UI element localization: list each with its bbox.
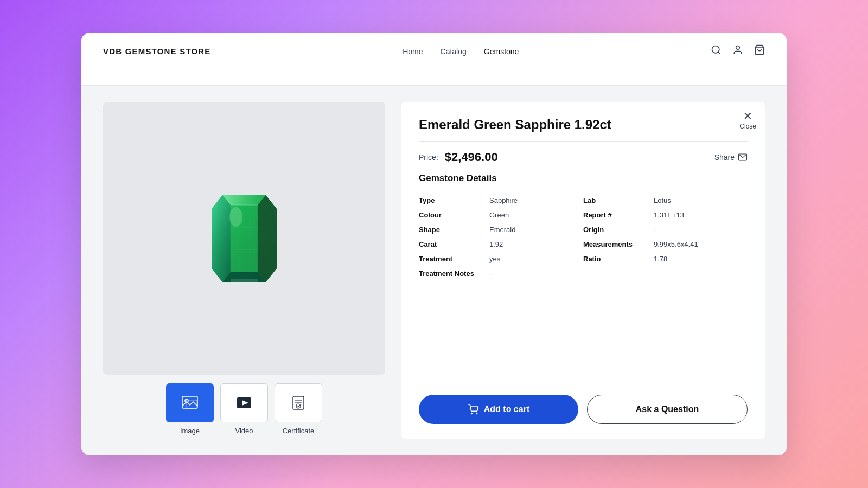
svg-rect-20 bbox=[182, 396, 197, 408]
svg-point-0 bbox=[712, 46, 719, 53]
detail-treatment-notes-val: - bbox=[489, 269, 492, 278]
action-buttons: Add to cart Ask a Question bbox=[419, 395, 748, 424]
nav-gemstone[interactable]: Gemstone bbox=[484, 47, 519, 56]
close-button[interactable]: ✕ Close bbox=[739, 111, 756, 130]
detail-carat-val: 1.92 bbox=[489, 240, 503, 248]
tab-certificate[interactable]: Certificate bbox=[275, 383, 322, 435]
cart-add-icon bbox=[468, 404, 478, 415]
detail-treatment: Treatment yes bbox=[419, 252, 583, 266]
detail-treatment-notes-key: Treatment Notes bbox=[419, 269, 489, 278]
svg-point-31 bbox=[476, 413, 477, 414]
detail-type-val: Sapphire bbox=[489, 196, 518, 204]
detail-ratio-key: Ratio bbox=[583, 255, 654, 263]
detail-origin-val: - bbox=[654, 226, 656, 234]
detail-lab-key: Lab bbox=[583, 196, 654, 204]
details-grid: Type Sapphire Colour Green Shape Emerald… bbox=[419, 192, 748, 281]
price-row: Price: $2,496.00 Share bbox=[419, 150, 748, 164]
main-nav: Home Catalog Gemstone bbox=[403, 47, 519, 56]
detail-carat-key: Carat bbox=[419, 240, 489, 248]
product-image bbox=[206, 184, 282, 293]
tab-image[interactable]: Image bbox=[166, 383, 214, 435]
ask-question-label: Ask a Question bbox=[636, 404, 699, 414]
detail-lab-val: Lotus bbox=[654, 196, 671, 204]
right-panel: ✕ Close Emerald Green Sapphire 1.92ct Pr… bbox=[401, 102, 765, 439]
left-panel: Image Video bbox=[103, 102, 385, 439]
svg-marker-8 bbox=[258, 195, 277, 282]
details-col-left: Type Sapphire Colour Green Shape Emerald… bbox=[419, 193, 583, 281]
detail-measurements: Measurements 9.99x5.6x4.41 bbox=[583, 237, 748, 252]
svg-rect-25 bbox=[293, 396, 304, 409]
close-label: Close bbox=[739, 123, 756, 130]
product-title: Emerald Green Sapphire 1.92ct bbox=[419, 117, 748, 132]
title-divider bbox=[419, 141, 748, 142]
detail-colour-val: Green bbox=[489, 211, 509, 219]
logo: VDB GEMSTONE STORE bbox=[103, 47, 211, 56]
tab-video-button[interactable] bbox=[220, 383, 268, 422]
detail-colour-key: Colour bbox=[419, 211, 489, 219]
detail-measurements-val: 9.99x5.6x4.41 bbox=[654, 240, 698, 248]
ask-question-button[interactable]: Ask a Question bbox=[587, 395, 748, 424]
product-image-container bbox=[103, 102, 385, 375]
detail-type: Type Sapphire bbox=[419, 193, 583, 208]
price-value: $2,496.00 bbox=[445, 150, 498, 164]
detail-colour: Colour Green bbox=[419, 208, 583, 222]
tab-image-label: Image bbox=[180, 427, 200, 435]
detail-report: Report # 1.31E+13 bbox=[583, 208, 748, 222]
price-label: Price: bbox=[419, 153, 438, 162]
nav-home[interactable]: Home bbox=[403, 47, 423, 56]
detail-shape-val: Emerald bbox=[489, 226, 515, 234]
detail-ratio: Ratio 1.78 bbox=[583, 252, 748, 266]
tab-image-button[interactable] bbox=[166, 383, 214, 422]
tab-video[interactable]: Video bbox=[220, 383, 268, 435]
svg-point-30 bbox=[471, 413, 472, 414]
svg-marker-7 bbox=[212, 195, 231, 282]
details-col-right: Lab Lotus Report # 1.31E+13 Origin - Mea… bbox=[583, 193, 748, 281]
share-button[interactable]: Share bbox=[714, 152, 748, 162]
detail-report-key: Report # bbox=[583, 211, 654, 219]
details-heading: Gemstone Details bbox=[419, 173, 748, 184]
svg-line-1 bbox=[718, 52, 720, 54]
media-tabs: Image Video bbox=[103, 383, 385, 439]
detail-ratio-val: 1.78 bbox=[654, 255, 667, 263]
detail-origin-key: Origin bbox=[583, 226, 654, 234]
header-icons bbox=[711, 44, 765, 58]
detail-shape-key: Shape bbox=[419, 226, 489, 234]
share-icon bbox=[738, 152, 748, 162]
app-window: VDB GEMSTONE STORE Home Catalog Gemstone bbox=[81, 33, 787, 455]
detail-origin: Origin - bbox=[583, 222, 748, 237]
search-icon[interactable] bbox=[711, 44, 722, 58]
close-icon: ✕ bbox=[743, 111, 752, 121]
tab-certificate-button[interactable] bbox=[275, 383, 322, 422]
nav-catalog[interactable]: Catalog bbox=[441, 47, 467, 56]
detail-carat: Carat 1.92 bbox=[419, 237, 583, 252]
detail-type-key: Type bbox=[419, 196, 489, 204]
tab-video-label: Video bbox=[235, 427, 253, 435]
account-icon[interactable] bbox=[732, 44, 743, 58]
svg-marker-19 bbox=[231, 279, 258, 285]
detail-shape: Shape Emerald bbox=[419, 222, 583, 237]
share-label: Share bbox=[714, 153, 735, 162]
price-area: Price: $2,496.00 bbox=[419, 150, 498, 164]
detail-lab: Lab Lotus bbox=[583, 193, 748, 208]
add-to-cart-button[interactable]: Add to cart bbox=[419, 395, 578, 424]
cart-icon[interactable] bbox=[754, 44, 765, 58]
detail-measurements-key: Measurements bbox=[583, 240, 654, 248]
detail-treatment-key: Treatment bbox=[419, 255, 489, 263]
detail-treatment-val: yes bbox=[489, 255, 500, 263]
header: VDB GEMSTONE STORE Home Catalog Gemstone bbox=[81, 33, 787, 70]
tab-certificate-label: Certificate bbox=[283, 427, 315, 435]
detail-report-val: 1.31E+13 bbox=[654, 211, 684, 219]
svg-point-2 bbox=[736, 46, 740, 50]
add-to-cart-label: Add to cart bbox=[484, 404, 529, 414]
detail-treatment-notes: Treatment Notes - bbox=[419, 266, 583, 281]
main-content: Image Video bbox=[81, 86, 787, 455]
svg-point-18 bbox=[229, 207, 242, 227]
